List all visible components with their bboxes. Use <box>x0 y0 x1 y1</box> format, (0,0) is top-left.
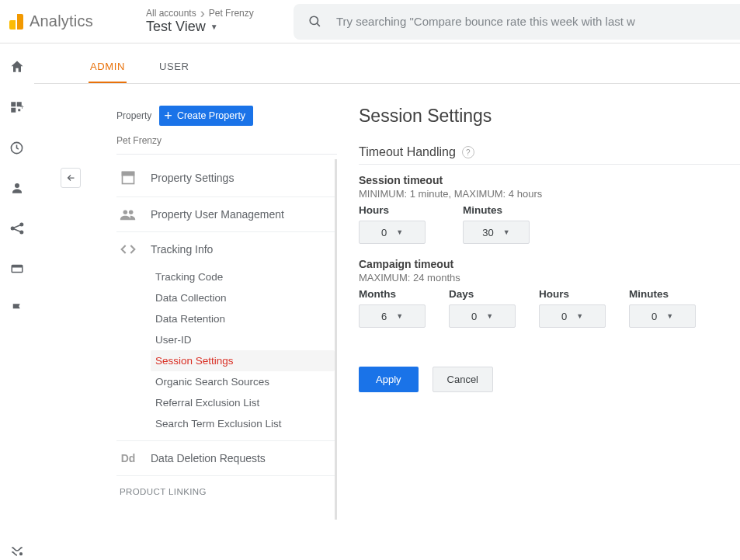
svg-rect-2 <box>11 102 16 106</box>
breadcrumb-all: All accounts <box>146 8 196 19</box>
campaign-hours-select[interactable]: 0 ▼ <box>539 304 606 328</box>
nav-property-user-management[interactable]: Property User Management <box>116 197 335 232</box>
svg-point-0 <box>310 16 318 24</box>
nav-tracking-info[interactable]: Tracking Info <box>116 232 335 266</box>
session-minutes-label: Minutes <box>463 204 530 216</box>
session-minutes-select[interactable]: 30 ▼ <box>463 221 530 244</box>
sub-data-collection[interactable]: Data Collection <box>151 287 335 308</box>
property-picker[interactable]: All accounts ❯ Pet Frenzy Test View ▼ <box>138 8 294 35</box>
left-icon-rail: + <box>0 43 34 560</box>
property-nav: Property + Create Property Pet Frenzy Pr… <box>102 98 345 520</box>
svg-rect-12 <box>12 266 23 268</box>
svg-point-7 <box>15 183 19 188</box>
search-placeholder: Try searching "Compare bounce rate this … <box>336 15 635 28</box>
property-nav-wrap: Property + Create Property Pet Frenzy Pr… <box>34 84 345 560</box>
apply-button[interactable]: Apply <box>359 367 419 392</box>
svg-point-9 <box>20 223 23 225</box>
campaign-days-select[interactable]: 0 ▼ <box>449 304 516 328</box>
session-timeout-hint: MINIMUM: 1 minute, MAXIMUM: 4 hours <box>359 188 740 200</box>
campaign-hours-label: Hours <box>539 288 606 300</box>
create-property-button[interactable]: + Create Property <box>159 106 253 126</box>
svg-rect-15 <box>123 172 134 176</box>
content-area: ADMIN USER Property + Create Property <box>34 43 740 560</box>
svg-rect-4 <box>11 108 16 113</box>
product-linking-header: PRODUCT LINKING <box>116 476 335 496</box>
breadcrumb-account: Pet Frenzy <box>209 8 254 19</box>
campaign-timeout-title: Campaign timeout <box>359 258 740 270</box>
help-icon[interactable]: ? <box>462 146 474 158</box>
product-name: Analytics <box>30 12 93 30</box>
dd-icon: Dd <box>120 452 137 464</box>
cancel-button[interactable]: Cancel <box>433 367 493 392</box>
chevron-right-icon: ❯ <box>200 10 205 16</box>
tab-user[interactable]: USER <box>158 54 191 83</box>
session-hours-select[interactable]: 0 ▼ <box>359 221 426 244</box>
sub-referral-exclusion-list[interactable]: Referral Exclusion List <box>151 392 335 413</box>
people-icon <box>120 208 137 221</box>
property-column-label: Property <box>116 110 151 121</box>
tab-admin[interactable]: ADMIN <box>89 54 127 83</box>
section-heading: Timeout Handling <box>359 145 456 159</box>
behavior-icon[interactable] <box>8 259 26 278</box>
settings-box-icon <box>120 170 137 186</box>
sub-organic-search-sources[interactable]: Organic Search Sources <box>151 371 335 392</box>
search-bar[interactable]: Try searching "Compare bounce rate this … <box>294 4 740 40</box>
sub-user-id[interactable]: User-ID <box>151 329 335 350</box>
settings-panel: Session Settings Timeout Handling ? Sess… <box>345 84 740 560</box>
campaign-days-label: Days <box>449 288 516 300</box>
flag-icon[interactable] <box>8 300 26 318</box>
svg-point-17 <box>129 210 134 215</box>
dropdown-triangle-icon: ▼ <box>503 228 510 236</box>
campaign-months-label: Months <box>359 288 426 300</box>
admin-tabbar: ADMIN USER <box>34 43 740 84</box>
dropdown-triangle-icon: ▼ <box>486 312 493 320</box>
tracking-info-subitems: Tracking Code Data Collection Data Reten… <box>116 266 335 441</box>
dashboard-icon[interactable]: + <box>8 98 26 117</box>
analytics-logo-icon <box>9 14 23 30</box>
sub-search-term-exclusion-list[interactable]: Search Term Exclusion List <box>151 413 335 434</box>
campaign-months-select[interactable]: 6 ▼ <box>359 304 426 328</box>
svg-line-1 <box>317 23 320 26</box>
home-icon[interactable] <box>8 57 26 76</box>
person-icon[interactable] <box>8 179 26 197</box>
nav-data-deletion[interactable]: Dd Data Deletion Requests <box>116 441 335 476</box>
campaign-minutes-select[interactable]: 0 ▼ <box>629 304 696 328</box>
dropdown-triangle-icon: ▼ <box>396 228 403 236</box>
campaign-minutes-label: Minutes <box>629 288 696 300</box>
sub-data-retention[interactable]: Data Retention <box>151 308 335 329</box>
dropdown-triangle-icon: ▼ <box>666 312 673 320</box>
conversion-icon[interactable] <box>8 219 26 238</box>
back-button[interactable] <box>61 168 81 188</box>
clock-icon[interactable] <box>8 138 26 157</box>
product-logo-block: Analytics <box>0 12 138 30</box>
svg-point-8 <box>11 227 13 229</box>
svg-point-13 <box>19 553 22 555</box>
sub-session-settings[interactable]: Session Settings <box>151 350 335 371</box>
search-icon <box>307 14 322 29</box>
property-name[interactable]: Pet Frenzy <box>116 132 337 155</box>
panel-title: Session Settings <box>359 106 740 127</box>
svg-point-10 <box>20 231 23 233</box>
nav-property-settings[interactable]: Property Settings <box>116 159 335 197</box>
dropdown-triangle-icon: ▼ <box>396 312 403 320</box>
view-name: Test View <box>146 19 206 35</box>
dropdown-triangle-icon: ▼ <box>576 312 583 320</box>
attribution-icon[interactable] <box>8 541 26 560</box>
code-icon <box>120 244 137 255</box>
plus-icon: + <box>164 112 172 120</box>
session-hours-label: Hours <box>359 204 426 216</box>
campaign-timeout-hint: MAXIMUM: 24 months <box>359 272 740 283</box>
app-header: Analytics All accounts ❯ Pet Frenzy Test… <box>0 0 740 43</box>
session-timeout-title: Session timeout <box>359 174 740 186</box>
sub-tracking-code[interactable]: Tracking Code <box>151 266 335 287</box>
dropdown-triangle-icon: ▼ <box>210 23 218 31</box>
svg-point-16 <box>123 210 128 215</box>
